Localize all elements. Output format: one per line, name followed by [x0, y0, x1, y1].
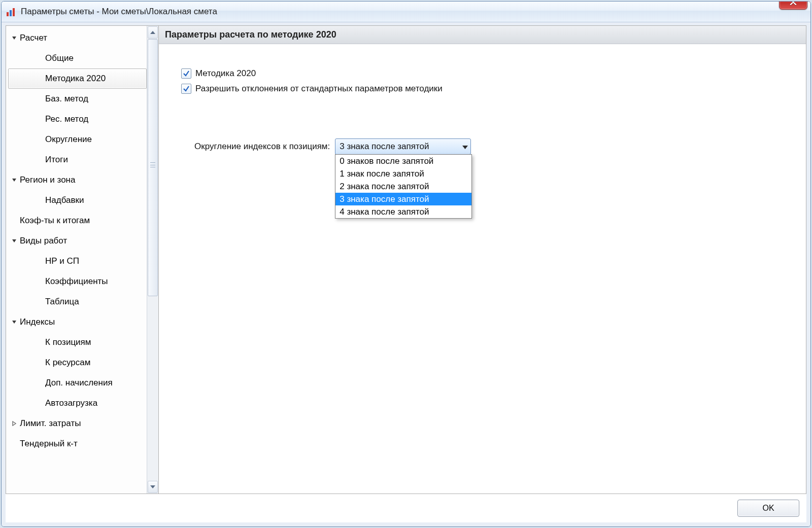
nav-item-14[interactable]: Индексы [8, 312, 147, 332]
chevron-down-icon [462, 142, 468, 152]
caret-none [36, 258, 43, 265]
nav-item-17[interactable]: Доп. начисления [8, 373, 147, 393]
combo-option-1[interactable]: 1 знак после запятой [335, 167, 471, 180]
index-rounding-combo[interactable]: 3 знака после запятой 0 знаков после зап… [335, 138, 471, 155]
nav-tree: РасчетОбщиеМетодика 2020Баз. методРес. м… [6, 25, 159, 494]
nav-item-label: НР и СП [45, 256, 79, 266]
check-icon [183, 70, 190, 77]
nav-item-label: Итоги [45, 155, 68, 165]
nav-item-1[interactable]: Общие [8, 48, 147, 68]
nav-item-label: К позициям [45, 337, 91, 347]
nav-item-20[interactable]: Тендерный к-т [8, 434, 147, 454]
combo-dropdown-list: 0 знаков после запятой1 знак после запят… [335, 154, 472, 219]
caret-none [36, 298, 43, 305]
titlebar[interactable]: Параметры сметы - Мои сметы\Локальная см… [2, 2, 810, 22]
caret-right-icon [11, 420, 18, 427]
caret-none [36, 75, 43, 82]
index-rounding-label: Округление индексов к позициям: [194, 142, 330, 152]
caret-none [36, 197, 43, 204]
nav-item-label: Надбавки [45, 195, 84, 205]
caret-none [36, 359, 43, 366]
caret-none [36, 116, 43, 123]
check-icon [183, 85, 190, 92]
caret-none [11, 440, 18, 447]
caret-none [36, 400, 43, 407]
nav-item-label: Коэффициенты [45, 276, 108, 287]
nav-item-label: Таблица [45, 297, 79, 307]
ok-button[interactable]: OK [737, 500, 799, 517]
close-icon [790, 1, 797, 5]
checkbox-allow-deviations-label: Разрешить отклонения от стандартных пара… [195, 84, 443, 94]
caret-none [36, 55, 43, 62]
svg-rect-2 [13, 8, 15, 16]
nav-item-label: Автозагрузка [45, 398, 97, 408]
nav-item-18[interactable]: Автозагрузка [8, 393, 147, 413]
nav-item-label: К ресурсам [45, 358, 90, 368]
nav-item-label: Методика 2020 [45, 74, 106, 84]
nav-item-19[interactable]: Лимит. затраты [8, 413, 147, 434]
svg-rect-0 [7, 12, 9, 16]
scroll-down-button[interactable] [148, 481, 158, 493]
caret-none [36, 95, 43, 102]
checkbox-method-2020-label: Методика 2020 [195, 68, 256, 79]
nav-item-10[interactable]: Виды работ [8, 231, 147, 251]
nav-item-0[interactable]: Расчет [8, 28, 147, 48]
nav-item-label: Лимит. затраты [20, 418, 81, 429]
nav-item-label: Индексы [20, 317, 55, 327]
nav-item-7[interactable]: Регион и зона [8, 170, 147, 190]
nav-item-12[interactable]: Коэффициенты [8, 271, 147, 292]
nav-item-label: Округление [45, 134, 92, 145]
nav-item-6[interactable]: Итоги [8, 150, 147, 170]
nav-item-label: Регион и зона [20, 175, 75, 185]
nav-item-4[interactable]: Рес. метод [8, 109, 147, 129]
dialog-window: Параметры сметы - Мои сметы\Локальная см… [1, 1, 811, 527]
nav-scrollbar[interactable] [147, 26, 158, 494]
nav-item-9[interactable]: Коэф-ты к итогам [8, 210, 147, 231]
dialog-footer: OK [6, 494, 806, 522]
scroll-track[interactable] [148, 39, 158, 480]
nav-item-label: Рес. метод [45, 114, 88, 124]
nav-item-15[interactable]: К позициям [8, 332, 147, 353]
nav-item-label: Расчет [20, 33, 47, 43]
combo-option-0[interactable]: 0 знаков после запятой [335, 155, 471, 167]
nav-item-8[interactable]: Надбавки [8, 190, 147, 210]
nav-item-5[interactable]: Округление [8, 129, 147, 150]
checkbox-allow-deviations[interactable] [181, 84, 191, 94]
client-area: РасчетОбщиеМетодика 2020Баз. методРес. м… [2, 22, 810, 526]
nav-item-label: Тендерный к-т [20, 439, 78, 449]
nav-item-2[interactable]: Методика 2020 [8, 68, 147, 89]
app-icon [6, 6, 17, 17]
close-button[interactable] [779, 1, 807, 10]
scroll-thumb[interactable] [148, 39, 158, 296]
panel-header: Параметры расчета по методике 2020 [159, 26, 806, 44]
window-title: Параметры сметы - Мои сметы\Локальная см… [21, 7, 217, 17]
caret-none [11, 217, 18, 224]
chevron-up-icon [150, 31, 155, 34]
caret-none [36, 136, 43, 143]
scroll-up-button[interactable] [148, 26, 158, 39]
main-panel: Параметры расчета по методике 2020 Метод… [159, 25, 806, 494]
nav-item-label: Коэф-ты к итогам [20, 216, 90, 226]
caret-none [36, 379, 43, 386]
combo-option-3[interactable]: 3 знака после запятой [335, 193, 471, 205]
ok-button-label: OK [762, 504, 774, 513]
nav-item-11[interactable]: НР и СП [8, 251, 147, 271]
combo-option-2[interactable]: 2 знака после запятой [335, 180, 471, 193]
checkbox-method-2020[interactable] [181, 68, 191, 79]
nav-item-3[interactable]: Баз. метод [8, 89, 147, 109]
combo-option-4[interactable]: 4 знака после запятой [335, 205, 471, 218]
nav-item-label: Баз. метод [45, 94, 88, 104]
caret-down-icon [11, 177, 18, 184]
caret-down-icon [11, 319, 18, 326]
nav-item-16[interactable]: К ресурсам [8, 353, 147, 373]
svg-rect-1 [10, 10, 12, 16]
caret-none [36, 156, 43, 163]
combo-selected-value: 3 знака после запятой [340, 142, 429, 152]
caret-none [36, 278, 43, 285]
chevron-down-icon [150, 485, 155, 488]
caret-down-icon [11, 237, 18, 244]
nav-item-label: Общие [45, 53, 74, 63]
nav-item-label: Виды работ [20, 236, 67, 246]
nav-item-13[interactable]: Таблица [8, 292, 147, 312]
nav-item-label: Доп. начисления [45, 378, 113, 388]
